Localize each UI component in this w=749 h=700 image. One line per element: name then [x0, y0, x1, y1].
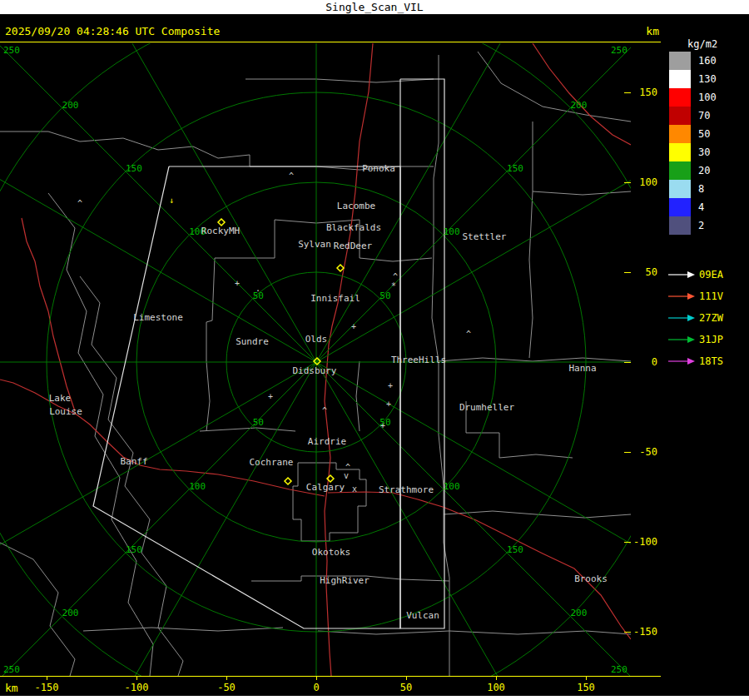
right-axis-tick-label: 50 [629, 266, 657, 278]
county-boundary-line [439, 358, 631, 361]
city-label: Brooks [574, 573, 608, 584]
city-label: Innisfail [310, 293, 360, 304]
right-axis-tick-label: 150 [629, 87, 657, 98]
city-label: Ponoka [362, 163, 395, 174]
city-label: Banff [120, 456, 147, 467]
azimuth-line [0, 362, 316, 676]
colorbar-swatch [669, 180, 691, 198]
map-marker: + [235, 279, 240, 288]
range-ring-label: 50 [253, 417, 264, 428]
right-axis-tick-label: 0 [629, 356, 657, 368]
scan-timestamp: 2025/09/20 04:28:46 UTC Composite [5, 25, 220, 37]
range-ring-label: 50 [379, 290, 390, 301]
map-marker: + [386, 400, 391, 409]
range-ring-label: 100 [444, 481, 460, 492]
city-label: Louise [49, 406, 82, 417]
right-axis-tick-label: -150 [629, 626, 657, 638]
map-marker: · [255, 286, 260, 295]
map-marker: x [352, 484, 357, 494]
site-arrow-row: 27ZW [667, 307, 723, 329]
colorbar-value-label: 4 [698, 201, 704, 213]
colorbar-swatch [669, 143, 691, 161]
colorbar-value-label: 160 [698, 55, 717, 67]
colorbar-value-label: 100 [698, 92, 717, 103]
colorbar-level: 2 [669, 216, 717, 235]
city-label: Stettler [463, 231, 507, 242]
county-boundary-line [48, 193, 153, 676]
map-marker: * [391, 281, 396, 290]
range-ring-label: 200 [570, 100, 587, 111]
county-boundary-line [206, 258, 215, 431]
county-boundary-line [432, 55, 449, 676]
colorbar-level: 30 [669, 143, 717, 161]
site-arrow-icon [667, 270, 696, 280]
range-ring-label: 100 [444, 226, 460, 237]
map-marker: ^ [289, 171, 294, 181]
colorbar-level: 100 [669, 88, 717, 107]
city-label: Olds [305, 334, 328, 345]
site-arrow-row: 111V [667, 285, 723, 307]
bottom-axis-tick [406, 677, 407, 680]
colorbar-level: 4 [669, 198, 717, 216]
map-marker: ^ [393, 272, 398, 281]
city-label: Airdrie [308, 436, 346, 447]
colorbar-value-label: 2 [698, 220, 704, 231]
colorbar-value-label: 8 [698, 183, 704, 195]
county-boundary-line [533, 122, 631, 195]
range-ring-label: 150 [507, 544, 523, 555]
site-arrow-row: 31JP [667, 329, 723, 350]
colorbar-level: 50 [669, 125, 717, 143]
radar-map[interactable]: 5010015020025050100150200250501001502002… [0, 43, 631, 676]
radar-site-marker [285, 478, 291, 484]
colorbar-level: 160 [669, 52, 717, 70]
site-arrow-label: 18TS [699, 355, 723, 367]
city-label: RedDeer [334, 241, 373, 251]
window-title: Single_Scan_VIL [0, 0, 749, 14]
colorbar-value-label: 130 [698, 73, 717, 85]
colorbar-swatch [669, 70, 691, 88]
colorbar-swatch [669, 125, 691, 143]
city-label: Vulcan [406, 610, 439, 621]
bottom-axis-unit-label: km [5, 682, 18, 694]
site-arrow-legend: 09EA111V27ZW31JP18TS [667, 264, 723, 372]
colorbar-level: 70 [669, 107, 717, 125]
city-label: Drumheller [459, 402, 515, 413]
colorbar-swatch [669, 88, 691, 107]
right-axis-tick-label: 100 [629, 176, 657, 188]
range-ring-label: 250 [3, 45, 20, 56]
map-marker: ^ [322, 406, 327, 415]
city-label: Hanna [568, 363, 596, 374]
right-axis-unit-label: km [632, 25, 659, 37]
bottom-axis-tick [226, 677, 227, 680]
county-boundary-line [356, 361, 360, 431]
range-ring-label: 250 [611, 45, 627, 56]
range-ring-label: 200 [62, 100, 79, 111]
right-axis-tick-label: -100 [629, 536, 657, 548]
city-label: Limestone [133, 312, 183, 323]
colorbar-swatch [669, 52, 691, 70]
site-arrow-label: 111V [699, 290, 723, 302]
county-boundary-line [0, 132, 250, 166]
county-boundary-line [318, 631, 631, 634]
map-marker: + [351, 322, 356, 331]
bottom-axis-tick [496, 677, 497, 680]
site-arrow-row: 09EA [667, 264, 723, 285]
bottom-axis-tick [136, 677, 137, 680]
range-ring-label: 150 [126, 163, 142, 174]
range-ring-label: 250 [3, 664, 20, 675]
site-arrow-label: 31JP [699, 334, 723, 345]
range-ring-label: 150 [126, 544, 142, 555]
site-arrow-label: 27ZW [699, 312, 723, 324]
window-bottom-edge [0, 696, 749, 700]
colorbar-unit-label: kg/m2 [687, 38, 717, 50]
map-marker: + [380, 421, 385, 430]
site-arrow-row: 18TS [667, 350, 723, 372]
city-label: Calgary [306, 482, 345, 493]
city-label: Okotoks [312, 547, 350, 558]
highway-line [22, 218, 75, 411]
site-arrow-icon [667, 291, 696, 301]
city-label: HighRiver [320, 575, 370, 586]
city-label: Sylvan [298, 239, 331, 250]
colorbar-levels: 16013010070503020842 [669, 52, 717, 235]
map-marker: + [268, 392, 273, 401]
